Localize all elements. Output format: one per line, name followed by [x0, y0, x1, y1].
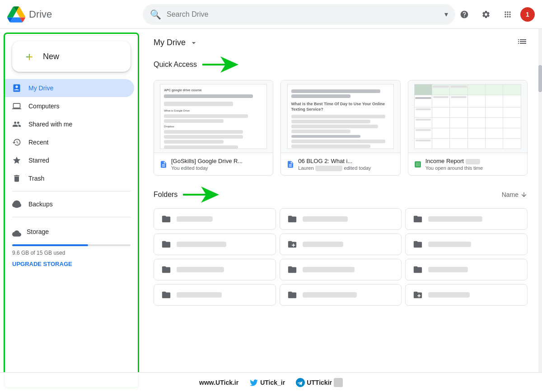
folder-item-8[interactable] [405, 259, 528, 280]
sidebar-item-shared-label: Shared with me [28, 121, 72, 128]
folder-name-6 [177, 267, 224, 272]
logo-area: Drive [7, 6, 143, 23]
folder-item-0[interactable] [154, 208, 276, 230]
folder-item-10[interactable] [280, 284, 402, 306]
header: Drive 🔍 ▾ 1 [0, 0, 542, 29]
bottom-spacer [143, 313, 538, 340]
apps-button[interactable] [499, 5, 517, 23]
folder-item-1[interactable] [280, 208, 402, 230]
page-title: My Drive [154, 38, 186, 47]
sidebar-item-trash-label: Trash [28, 175, 44, 182]
search-input[interactable] [167, 10, 441, 19]
sidebar-item-recent-label: Recent [28, 139, 48, 146]
folder-name-11 [428, 292, 470, 298]
folder-icon [287, 265, 297, 275]
folder-name-10 [303, 292, 357, 298]
my-drive-icon [12, 84, 21, 93]
sidebar-item-computers-label: Computers [28, 103, 59, 110]
folder-item-3[interactable] [154, 233, 276, 255]
sidebar-item-starred-label: Starred [28, 157, 49, 164]
footer-watermark: www.UTick.ir UTick_ir UTTickir [0, 372, 542, 392]
telegram-link: UTTickir [296, 378, 343, 387]
new-label: New [43, 52, 59, 61]
new-button[interactable]: + New [12, 41, 131, 72]
scrollbar-thumb[interactable] [538, 65, 542, 92]
svg-marker-2 [183, 187, 219, 203]
folder-icon [413, 239, 423, 249]
file-card-2[interactable]: Income Report ████ You open around this … [408, 80, 528, 176]
settings-button[interactable] [477, 5, 495, 23]
quick-access-label: Quick Access [154, 61, 197, 69]
sidebar-item-computers[interactable]: Computers [5, 97, 134, 115]
sort-button[interactable]: Name [502, 191, 528, 198]
folders-label: Folders [154, 191, 178, 199]
search-bar[interactable]: 🔍 ▾ [143, 4, 455, 25]
sidebar-item-backups[interactable]: Backups [5, 195, 134, 213]
folder-icon [413, 214, 423, 224]
sidebar-item-trash[interactable]: Trash [5, 169, 134, 187]
recent-icon [12, 138, 21, 147]
folder-name-3 [177, 242, 226, 247]
folder-name-9 [177, 292, 222, 298]
starred-icon [12, 156, 21, 165]
sidebar-item-recent[interactable]: Recent [5, 133, 134, 151]
folder-shared-icon-2 [413, 290, 423, 300]
drive-title-area: My Drive [154, 38, 198, 47]
list-view-button[interactable] [517, 36, 528, 49]
folder-name-1 [303, 216, 348, 222]
folder-item-4[interactable] [280, 233, 402, 255]
folder-item-7[interactable] [280, 259, 402, 280]
search-dropdown-icon[interactable]: ▾ [444, 10, 448, 19]
sidebar-item-my-drive-label: My Drive [28, 84, 53, 92]
help-button[interactable] [455, 5, 473, 23]
folders-section: Folders Name [143, 183, 538, 313]
file-card-1[interactable]: What is the Best Time Of Day to Use Your… [280, 80, 400, 176]
folder-icon [161, 290, 171, 300]
folder-item-2[interactable] [405, 208, 528, 230]
sidebar-item-shared[interactable]: Shared with me [5, 115, 134, 133]
title-dropdown-icon[interactable] [189, 38, 198, 47]
storage-icon [12, 229, 21, 238]
folder-item-11[interactable] [405, 284, 528, 306]
sidebar: + New My Drive [4, 33, 139, 388]
storage-bar [12, 244, 131, 246]
storage-used-text: 9.6 GB of 15 GB used [12, 250, 131, 256]
folder-name-0 [177, 216, 213, 222]
upgrade-storage-button[interactable]: UPGRADE STORAGE [12, 261, 72, 267]
folder-item-6[interactable] [154, 259, 276, 280]
nav-divider [12, 191, 131, 191]
quick-access-section: Quick Access APC google drive course [143, 53, 538, 183]
folders-grid [154, 208, 528, 306]
sidebar-item-my-drive[interactable]: My Drive [5, 79, 134, 97]
file-meta-1: Lauren ████████ edited today [298, 165, 394, 171]
file-card-footer-1: 06 BLOG 2: What i... Lauren ████████ edi… [281, 153, 400, 175]
drive-logo-icon [7, 6, 25, 23]
twitter-icon [249, 378, 258, 387]
quick-access-header: Quick Access [154, 56, 528, 73]
file-name-2: Income Report ████ [425, 158, 522, 164]
file-card-footer-0: [GoSkills] Google Drive R... You edited … [154, 153, 273, 175]
svg-text:+: + [26, 50, 33, 64]
file-name-1: 06 BLOG 2: What i... [298, 158, 394, 164]
search-icon: 🔍 [150, 9, 161, 20]
sidebar-item-backups-label: Backups [28, 201, 53, 208]
file-name-0: [GoSkills] Google Drive R... [171, 158, 267, 164]
file-card-0[interactable]: APC google drive course What is Google D… [154, 80, 273, 176]
twitter-link: UTick_ir [249, 378, 285, 387]
folder-name-4 [303, 242, 343, 247]
folder-item-9[interactable] [154, 284, 276, 306]
folder-icon [413, 265, 423, 275]
scrollbar-track[interactable] [538, 29, 542, 392]
storage-bar-fill [12, 244, 88, 246]
user-avatar[interactable]: 1 [520, 7, 535, 22]
nav-divider-2 [12, 217, 131, 217]
folder-name-2 [428, 216, 482, 222]
folder-icon [287, 290, 297, 300]
help-icon [460, 10, 469, 19]
folder-item-5[interactable] [405, 233, 528, 255]
list-view-icon [517, 36, 528, 47]
doc-icon-1 [286, 160, 294, 168]
sidebar-item-starred[interactable]: Starred [5, 151, 134, 169]
folder-icon [161, 214, 171, 224]
doc-icon-0 [159, 160, 168, 168]
